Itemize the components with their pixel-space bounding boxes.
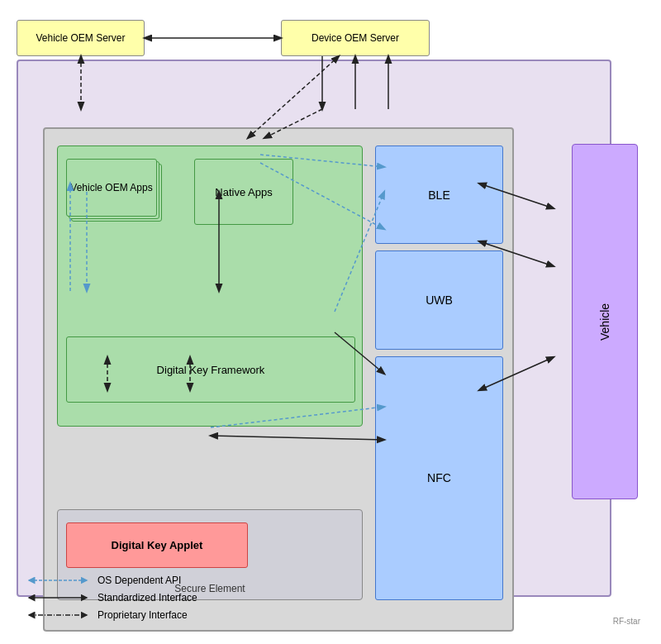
legend: OS Dependent API Standardized Interface: [25, 574, 197, 626]
nfc-module: NFC: [375, 356, 503, 600]
digital-key-applet-box: Digital Key Applet: [66, 522, 248, 568]
radio-area: BLE UWB NFC: [375, 145, 503, 600]
vehicle-oem-apps-container: Vehicle OEM Apps: [66, 159, 165, 225]
vehicle-box: Vehicle: [572, 144, 638, 499]
native-apps-box: Native Apps: [194, 159, 293, 225]
os-dependent-line-icon: [25, 574, 91, 587]
vehicle-oem-apps-label: Vehicle OEM Apps: [70, 182, 152, 193]
legend-standardized: Standardized Interface: [25, 591, 197, 604]
vehicle-oem-server-label: Vehicle OEM Server: [36, 32, 125, 44]
green-app-area: Vehicle OEM Apps Native Apps Digital Key…: [57, 145, 363, 427]
standardized-label: Standardized Interface: [97, 592, 197, 603]
uwb-module: UWB: [375, 250, 503, 349]
ble-module: BLE: [375, 145, 503, 244]
app-stack-front: Vehicle OEM Apps: [66, 159, 157, 217]
digital-key-applet-label: Digital Key Applet: [112, 539, 203, 551]
os-dependent-label: OS Dependent API: [97, 575, 181, 586]
device-area: Vehicle OEM Apps Native Apps Digital Key…: [43, 127, 514, 632]
digital-key-framework-label: Digital Key Framework: [157, 364, 265, 376]
proprietary-line-icon: [25, 608, 91, 622]
watermark-label: RF-star: [613, 617, 640, 626]
diagram-container: Vehicle OEM Apps Native Apps Digital Key…: [8, 10, 653, 634]
device-oem-server-box: Device OEM Server: [281, 20, 430, 56]
proprietary-label: Proprietary Interface: [97, 609, 188, 621]
native-apps-label: Native Apps: [215, 186, 272, 198]
digital-key-framework-box: Digital Key Framework: [66, 336, 355, 403]
outer-border: Vehicle OEM Apps Native Apps Digital Key…: [17, 60, 611, 597]
vehicle-label: Vehicle: [598, 303, 611, 340]
standardized-line-icon: [25, 591, 91, 604]
watermark: RF-star: [613, 617, 640, 626]
legend-proprietary: Proprietary Interface: [25, 608, 197, 622]
nfc-label: NFC: [427, 471, 451, 484]
vehicle-oem-server-box: Vehicle OEM Server: [17, 20, 145, 56]
device-oem-server-label: Device OEM Server: [311, 32, 399, 44]
ble-label: BLE: [428, 188, 449, 202]
legend-os-dependent: OS Dependent API: [25, 574, 197, 587]
uwb-label: UWB: [426, 293, 453, 307]
